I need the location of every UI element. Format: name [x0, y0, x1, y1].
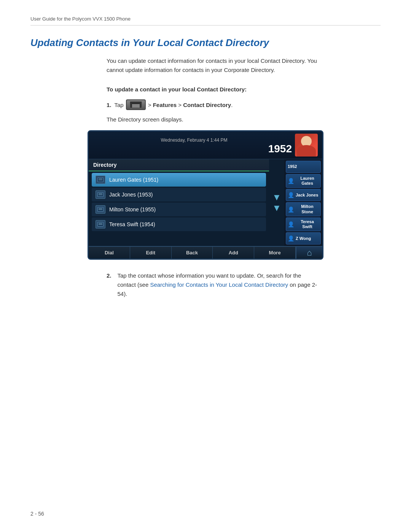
phone-top-info: Wednesday, February 4 1:44 PM 1952 — [93, 136, 295, 154]
local-contact-link[interactable]: Searching for Contacts in Your Local Con… — [150, 281, 288, 288]
phone-datetime: Wednesday, February 4 1:44 PM — [93, 136, 295, 144]
add-button[interactable]: Add — [213, 247, 254, 259]
page-title: Updating Contacts in Your Local Contact … — [30, 37, 381, 49]
step-1-suffix: > Features > Contact Directory. — [148, 102, 233, 108]
step-2: 2. Tap the contact whose information you… — [107, 271, 320, 299]
sidebar-label: Z Wong — [296, 236, 311, 241]
phone-extension: 1952 — [93, 144, 295, 154]
step-2-number: 2. — [107, 271, 112, 299]
sidebar-label: Lauren Gates — [296, 176, 319, 186]
contact-item[interactable]: Teresa Swift (1954) — [92, 217, 266, 231]
step-2-text: Tap the contact whose information you wa… — [118, 271, 320, 299]
directory-label-bar: Directory — [89, 159, 269, 171]
section-heading: To update a contact in your local Contac… — [107, 86, 381, 93]
home-button[interactable]: ⌂ — [296, 247, 322, 259]
scroll-arrows: ▼ ▼ — [269, 159, 284, 246]
intro-paragraph: You can update contact information for c… — [107, 56, 320, 75]
sub-text: The Directory screen displays. — [107, 116, 381, 123]
more-button[interactable]: More — [254, 247, 296, 259]
header-bar: User Guide for the Polycom VVX 1500 Phon… — [30, 15, 381, 26]
edit-button[interactable]: Edit — [130, 247, 172, 259]
page-number: 2 - 56 — [30, 511, 44, 517]
contact-icon — [96, 190, 105, 199]
person-icon: 👤 — [288, 178, 294, 184]
sidebar-btn-teresa[interactable]: 👤 Teresa Swift — [286, 217, 321, 231]
back-button[interactable]: Back — [172, 247, 213, 259]
contact-icon — [96, 205, 105, 214]
contact-name: Jack Jones (1953) — [109, 192, 153, 198]
sidebar-btn-milton[interactable]: 👤 Milton Stone — [286, 202, 321, 216]
phone-bottom-bar: Dial Edit Back Add More ⌂ — [89, 246, 322, 259]
phone-list-area: Directory Lauren Gates (1951) Jack Jones… — [89, 159, 269, 246]
phone-sidebar: 1952 👤 Lauren Gates 👤 Jack Jones 👤 Milto… — [284, 159, 322, 246]
contact-icon — [96, 176, 105, 184]
contact-item[interactable]: Jack Jones (1953) — [92, 188, 266, 201]
scroll-down-arrow-2[interactable]: ▼ — [272, 203, 281, 212]
step-1: 1. Tap > Features > Contact Directory. — [107, 99, 381, 110]
phone-main-area: Directory Lauren Gates (1951) Jack Jones… — [89, 159, 322, 246]
sidebar-label: Jack Jones — [296, 193, 318, 198]
contact-name: Lauren Gates (1951) — [109, 177, 158, 183]
person-icon: 👤 — [288, 235, 294, 241]
avatar — [295, 134, 318, 157]
sidebar-btn-1952[interactable]: 1952 — [286, 161, 321, 173]
person-icon: 👤 — [288, 221, 294, 227]
sidebar-btn-lauren[interactable]: 👤 Lauren Gates — [286, 174, 321, 188]
contact-icon — [96, 220, 105, 228]
contact-name: Milton Stone (1955) — [109, 206, 156, 212]
sidebar-btn-zwong[interactable]: 👤 Z Wong — [286, 232, 321, 244]
sidebar-label: 1952 — [288, 164, 297, 169]
contact-item[interactable]: Milton Stone (1955) — [92, 203, 266, 216]
phone-top-bar: Wednesday, February 4 1:44 PM 1952 — [89, 131, 322, 159]
sidebar-label: Teresa Swift — [296, 219, 319, 229]
phone-screen: Wednesday, February 4 1:44 PM 1952 Direc… — [88, 130, 323, 260]
step-1-prefix: Tap — [115, 102, 124, 108]
breadcrumb: User Guide for the Polycom VVX 1500 Phon… — [30, 16, 131, 22]
step-1-number: 1. — [107, 102, 112, 108]
menu-button-icon[interactable] — [126, 99, 146, 110]
scroll-down-arrow[interactable]: ▼ — [272, 193, 281, 202]
contact-name: Teresa Swift (1954) — [109, 221, 155, 227]
contact-list: Lauren Gates (1951) Jack Jones (1953) Mi… — [89, 171, 269, 234]
person-icon: 👤 — [288, 206, 294, 212]
directory-label: Directory — [93, 162, 116, 168]
sidebar-label: Milton Stone — [296, 204, 319, 214]
dial-button[interactable]: Dial — [89, 247, 130, 259]
home-icon: ⌂ — [307, 248, 312, 258]
person-icon: 👤 — [288, 192, 294, 198]
sidebar-btn-jack[interactable]: 👤 Jack Jones — [286, 189, 321, 201]
contact-item[interactable]: Lauren Gates (1951) — [92, 173, 266, 187]
